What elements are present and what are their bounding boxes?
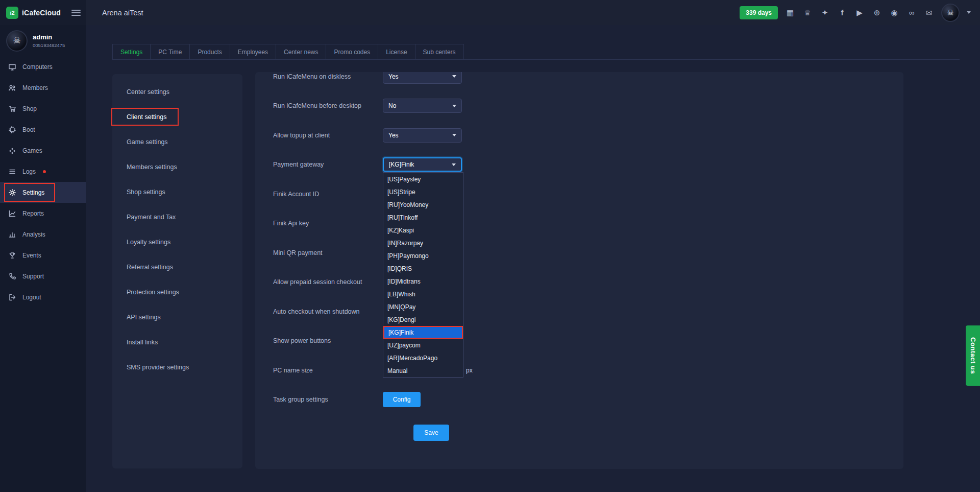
form-row: Finik Account ID: [273, 179, 903, 209]
facebook-icon[interactable]: f: [837, 8, 847, 17]
tab-settings[interactable]: Settings: [112, 44, 151, 59]
youtube-icon[interactable]: ▶: [854, 8, 865, 17]
dropdown-option[interactable]: [ID]QRIS: [383, 262, 463, 275]
settings-nav-members-settings[interactable]: Members settings: [112, 154, 242, 179]
allow-topup-at-client-select[interactable]: Yes: [383, 128, 462, 143]
dropdown-option[interactable]: [AR]MercadoPago: [383, 352, 463, 364]
field-label: Run iCafeMenu on diskless: [273, 73, 383, 80]
sidebar-item-logs[interactable]: Logs: [0, 161, 86, 182]
dropdown-option[interactable]: [RU]Tinkoff: [383, 211, 463, 224]
settings-nav-shop-settings[interactable]: Shop settings: [112, 179, 242, 204]
dropdown-option[interactable]: [PH]Paymongo: [383, 249, 463, 262]
payment-gateway-select[interactable]: [KG]Finik: [383, 157, 462, 172]
tab-license[interactable]: License: [378, 44, 415, 59]
chevron-down-icon: [452, 75, 456, 78]
topbar-avatar[interactable]: ☠: [941, 4, 960, 22]
topbar-actions: 339 days ▦ ♕ ✦ f ▶ ⊕ ◉ ∞ ✉ ☠: [740, 4, 980, 22]
sidebar-item-label: Boot: [22, 126, 35, 133]
sidebar-item-analysis[interactable]: Analysis: [0, 224, 86, 245]
field-label: Payment gateway: [273, 161, 383, 168]
dropdown-option[interactable]: [UZ]paycom: [383, 339, 463, 352]
dropdown-option[interactable]: [US]Paysley: [383, 173, 463, 185]
trophy-icon[interactable]: ♕: [802, 8, 813, 17]
dropdown-option[interactable]: Manual: [383, 364, 463, 377]
sidebar-item-reports[interactable]: Reports: [0, 203, 86, 224]
sidebar-item-label: Members: [22, 84, 48, 91]
tab-employees[interactable]: Employees: [230, 44, 276, 59]
contact-us-tab[interactable]: Contact us: [966, 325, 980, 386]
stats-icon[interactable]: ▦: [785, 8, 795, 17]
field-label: Run iCafeMenu before desktop: [273, 102, 383, 109]
sidebar-item-label: Computers: [22, 63, 53, 71]
dropdown-option[interactable]: [RU]YooMoney: [383, 198, 463, 211]
dropdown-option[interactable]: [KG]Dengi: [383, 313, 463, 326]
sidebar-item-computers[interactable]: Computers: [0, 56, 86, 77]
form-row: Auto checkout when shutdown: [273, 297, 903, 326]
sidebar-item-label: Reports: [22, 210, 44, 217]
settings-nav-client-settings[interactable]: Client settings: [112, 104, 242, 129]
hamburger-menu-icon[interactable]: [71, 10, 81, 16]
reviews-icon[interactable]: ∞: [906, 8, 917, 17]
settings-nav-payment-and-tax[interactable]: Payment and Tax: [112, 204, 242, 229]
topbar-logo-area: i2 iCafeCloud: [0, 0, 86, 25]
field-label: Show power buttons: [273, 337, 383, 344]
dropdown-option[interactable]: [LB]Whish: [383, 288, 463, 300]
tab-center-news[interactable]: Center news: [276, 44, 326, 59]
save-button[interactable]: Save: [413, 425, 449, 441]
sidebar-item-label: Settings: [22, 189, 44, 196]
form-row: Allow topup at client Yes: [273, 121, 903, 150]
dropdown-option[interactable]: [ID]Midtrans: [383, 275, 463, 288]
select-value: Yes: [388, 132, 399, 139]
computers-icon: [8, 63, 16, 71]
dropdown-option[interactable]: [US]Stripe: [383, 185, 463, 198]
settings-nav-api-settings[interactable]: API settings: [112, 304, 242, 330]
settings-nav-center-settings[interactable]: Center settings: [112, 79, 242, 104]
settings-nav-install-links[interactable]: Install links: [112, 330, 242, 355]
dropdown-option[interactable]: [KZ]Kaspi: [383, 224, 463, 237]
license-days-badge[interactable]: 339 days: [740, 6, 778, 19]
settings-nav-protection-settings[interactable]: Protection settings: [112, 279, 242, 304]
sidebar-item-settings[interactable]: Settings: [0, 182, 86, 203]
tab-promo-codes[interactable]: Promo codes: [326, 44, 378, 59]
form-row: Run iCafeMenu on diskless Yes: [273, 72, 903, 91]
mail-icon[interactable]: ✉: [924, 8, 934, 17]
user-avatar: ☠: [6, 30, 28, 52]
discord-icon[interactable]: ✦: [820, 8, 830, 17]
sidebar-item-members[interactable]: Members: [0, 77, 86, 98]
user-id: 005193482475: [33, 42, 65, 48]
dropdown-option-selected[interactable]: [KG]Finik: [383, 326, 463, 339]
sidebar-item-boot[interactable]: Boot: [0, 119, 86, 140]
sidebar-item-label: Events: [22, 252, 41, 259]
members-icon: [8, 84, 16, 92]
settings-nav-game-settings[interactable]: Game settings: [112, 129, 242, 154]
dropdown-option[interactable]: [IN]Razorpay: [383, 237, 463, 249]
sidebar-item-label: Logs: [22, 168, 36, 175]
sidebar-item-events[interactable]: Events: [0, 245, 86, 266]
settings-nav-referral-settings[interactable]: Referral settings: [112, 254, 242, 279]
field-label: Allow prepaid session checkout: [273, 278, 383, 286]
dropdown-option[interactable]: [MN]QPay: [383, 300, 463, 313]
sidebar-item-games[interactable]: Games: [0, 140, 86, 161]
wechat-icon[interactable]: ◉: [889, 8, 899, 17]
globe-icon[interactable]: ⊕: [872, 8, 882, 17]
form-row: Run iCafeMenu before desktop No: [273, 91, 903, 121]
tab-products[interactable]: Products: [189, 44, 230, 59]
tab-pc-time[interactable]: PC Time: [150, 44, 190, 59]
sidebar-item-label: Shop: [22, 105, 37, 112]
logs-alert-dot: [43, 170, 46, 173]
sidebar-item-logout[interactable]: Logout: [0, 287, 86, 308]
chevron-down-icon[interactable]: [967, 11, 971, 14]
settings-nav-sms-provider-settings[interactable]: SMS provider settings: [112, 355, 242, 380]
run-icafemenu-on-diskless-select[interactable]: Yes: [383, 72, 462, 84]
trophy-icon: [8, 251, 16, 260]
sidebar-item-shop[interactable]: Shop: [0, 98, 86, 119]
sidebar-item-support[interactable]: Support: [0, 266, 86, 287]
payment-gateway-dropdown: [US]Paysley [US]Stripe [RU]YooMoney [RU]…: [383, 172, 463, 378]
tab-sub-centers[interactable]: Sub centers: [415, 44, 464, 59]
sidebar-item-label: Logout: [22, 294, 41, 301]
run-icafemenu-before-desktop-select[interactable]: No: [383, 99, 462, 113]
config-button[interactable]: Config: [383, 392, 421, 407]
select-value: Yes: [388, 73, 399, 80]
field-label: Finik Account ID: [273, 191, 383, 198]
settings-nav-loyalty-settings[interactable]: Loyalty settings: [112, 229, 242, 254]
